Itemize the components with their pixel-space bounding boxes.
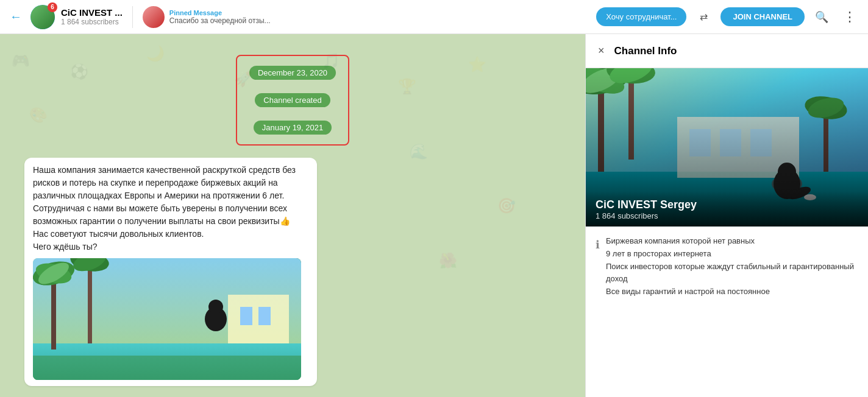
message-image-inner	[33, 258, 301, 380]
info-icon: ℹ	[596, 236, 600, 254]
top-bar: ← 6 CiC INVEST ... 1 864 subscribers Pin…	[0, 0, 868, 34]
message-image	[33, 258, 301, 380]
divider	[132, 6, 133, 28]
channel-info-body: ℹ Биржевая компания которой нет равных 9…	[586, 227, 868, 307]
date-highlight-box: December 23, 2020 Channel created Januar…	[236, 55, 349, 146]
pinned-preview: Спасибо за очередной отзы...	[169, 16, 271, 25]
collab-button[interactable]: Хочу сотрудничат...	[596, 7, 686, 26]
pinned-message-block[interactable]: Pinned Message Спасибо за очередной отзы…	[143, 6, 271, 28]
channel-avatar-wrap: 6	[30, 5, 55, 29]
date-badge-wrap-3: January 19, 2021	[254, 118, 332, 137]
close-button[interactable]: ×	[596, 42, 607, 60]
filter-icon-btn[interactable]: ⇄	[692, 6, 714, 28]
main-content: 🎮 ⚽ 🌙 🚀 🎵 🏆 ⭐ 🎨 🌊 🎯 🌺 💫 🎪 🦋 December 23,…	[0, 34, 868, 397]
pinned-text: Pinned Message Спасибо за очередной отзы…	[169, 9, 271, 25]
join-channel-button[interactable]: JOIN CHANNEL	[720, 7, 805, 26]
date-badge-wrap-1: December 23, 2020	[249, 63, 336, 82]
filter-icon: ⇄	[700, 11, 708, 23]
channel-subscribers: 1 864 subscribers	[61, 18, 123, 26]
channel-cover-overlay: CiC INVEST Sergey 1 864 subscribers	[586, 191, 868, 227]
svg-rect-10	[240, 307, 252, 325]
svg-rect-14	[33, 356, 301, 380]
search-button[interactable]: 🔍	[811, 6, 833, 28]
date-badge-1: December 23, 2020	[249, 66, 336, 80]
search-icon: 🔍	[815, 10, 828, 24]
more-menu-button[interactable]: ⋮	[839, 6, 861, 28]
channel-name-block: CiC INVEST ... 1 864 subscribers	[61, 7, 123, 26]
date-highlight-center: December 23, 2020 Channel created Januar…	[24, 49, 561, 152]
svg-rect-11	[258, 307, 271, 325]
cover-subscribers: 1 864 subscribers	[596, 211, 858, 220]
message-text: Наша компания занимается качественной ра…	[33, 164, 308, 253]
date-badge-3: January 19, 2021	[254, 121, 332, 135]
cover-channel-name: CiC INVEST Sergey	[596, 198, 858, 211]
pinned-avatar	[143, 6, 165, 28]
right-panel-header: × Channel Info	[586, 34, 868, 68]
channel-cover: CiC INVEST Sergey 1 864 subscribers	[586, 68, 868, 227]
unread-badge: 6	[48, 2, 57, 12]
right-panel: × Channel Info	[585, 34, 868, 397]
channel-name: CiC INVEST ...	[61, 7, 123, 18]
message-image-svg	[33, 258, 301, 380]
info-description: Биржевая компания которой нет равных 9 л…	[606, 235, 858, 298]
svg-point-13	[208, 300, 223, 314]
pinned-label: Pinned Message	[169, 9, 271, 16]
back-button[interactable]: ←	[7, 7, 24, 26]
panel-title: Channel Info	[614, 45, 858, 57]
more-icon: ⋮	[843, 9, 856, 25]
chat-scroll[interactable]: December 23, 2020 Channel created Januar…	[0, 34, 585, 397]
date-badge-2: Channel created	[255, 93, 330, 107]
date-badge-wrap-2: Channel created	[255, 91, 330, 110]
chat-area: 🎮 ⚽ 🌙 🚀 🎵 🏆 ⭐ 🎨 🌊 🎯 🌺 💫 🎪 🦋 December 23,…	[0, 34, 585, 397]
message-bubble: Наша компания занимается качественной ра…	[24, 158, 317, 386]
